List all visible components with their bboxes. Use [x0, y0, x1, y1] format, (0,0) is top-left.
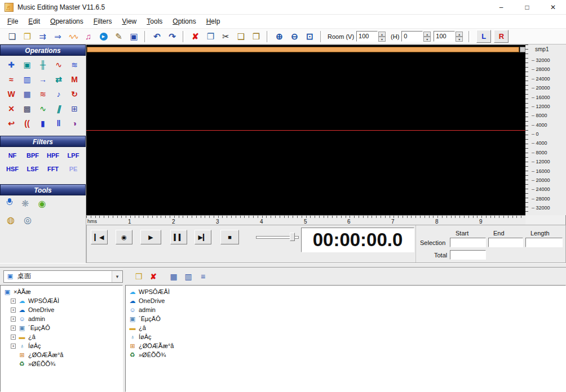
extract-convert-button[interactable]: ⇉ — [35, 30, 50, 43]
total-input[interactable] — [450, 250, 486, 260]
zoom-out-button[interactable]: ⊖ — [287, 30, 302, 43]
redo-button[interactable]: ↷ — [165, 30, 180, 43]
play-button[interactable]: ▶ — [140, 230, 161, 244]
tree-item[interactable]: + ☁ OneDrive — [1, 305, 122, 314]
operation-icon[interactable]: ✕ — [3, 103, 19, 115]
play-selection-button[interactable]: ◉ — [116, 230, 132, 244]
operation-icon[interactable]: ◑ — [67, 117, 82, 130]
list-item[interactable]: ⊞ ¿ØÖÆÃæ°å — [126, 341, 565, 350]
menu-operations[interactable]: Operations — [45, 16, 89, 27]
room-h2-value[interactable]: 100 — [434, 31, 455, 42]
operation-icon[interactable]: W — [3, 88, 19, 100]
expand-icon[interactable]: + — [11, 317, 16, 322]
operation-icon[interactable]: ∥ — [51, 103, 67, 115]
edit-button[interactable]: ✎ — [111, 30, 126, 43]
globe-icon[interactable]: ◍ — [7, 215, 15, 225]
room-v-spinner[interactable]: 100 ▴▾ — [356, 31, 386, 42]
menu-edit[interactable]: Edit — [23, 16, 45, 27]
operation-icon[interactable]: ‖ — [51, 117, 67, 130]
selection-length-input[interactable] — [525, 238, 563, 247]
microphone-icon[interactable] — [7, 198, 12, 209]
room-h-spinner[interactable]: 0 ▴▾ — [401, 31, 431, 42]
new-document-button[interactable]: ❏ — [5, 30, 20, 43]
dropdown-arrow-icon[interactable]: ▾ — [112, 271, 122, 282]
room-h-value[interactable]: 0 — [401, 31, 423, 42]
tree-item[interactable]: ▣ ×ÀÃæ — [1, 287, 122, 296]
list-item[interactable]: ☺ admin — [126, 305, 565, 314]
operation-icon[interactable]: ≋ — [35, 88, 51, 100]
browser-delete-button[interactable]: ✘ — [147, 270, 160, 283]
zoom-page-button[interactable]: ⊡ — [302, 30, 317, 43]
tree-item[interactable]: ⊞ ¿ØÖÆÃæ°å — [1, 350, 122, 359]
tree-item[interactable]: + ▣ ´ËµçÄÔ — [1, 323, 122, 332]
paste-button[interactable]: ❑ — [233, 30, 249, 43]
cd-green-icon[interactable]: ◉ — [38, 198, 46, 209]
operation-icon[interactable]: ↻ — [67, 88, 82, 100]
volume-slider[interactable] — [256, 233, 299, 241]
save-button[interactable]: ▣ — [126, 30, 142, 43]
large-icons-view-button[interactable]: ▦ — [167, 270, 180, 283]
minimize-button[interactable]: – — [488, 0, 514, 14]
paste-special-button[interactable]: ❒ — [249, 30, 264, 43]
operation-icon[interactable]: ♪ — [51, 88, 67, 100]
skip-start-button[interactable]: ▎◀ — [91, 230, 108, 244]
batch-convert-button[interactable]: ⇒ — [50, 30, 65, 43]
spin-down-icon[interactable]: ▾ — [423, 37, 431, 42]
operation-icon[interactable]: (( — [19, 117, 35, 130]
list-item[interactable]: ▣ ´ËµçÄÔ — [126, 314, 565, 323]
music-note-button[interactable]: ♫ — [81, 30, 96, 43]
cd-icon[interactable]: ◎ — [24, 215, 32, 225]
filter-button-hsf[interactable]: HSF — [2, 166, 23, 172]
pause-button[interactable]: ▍▍ — [170, 230, 187, 244]
operation-icon[interactable]: ▦ — [19, 88, 35, 100]
filter-button-fft[interactable]: FFT — [43, 166, 63, 172]
settings-icon[interactable]: ❋ — [21, 198, 29, 209]
location-dropdown[interactable]: ▣ 桌面 ▾ — [3, 270, 123, 283]
expand-icon[interactable]: + — [11, 308, 16, 313]
operation-icon[interactable]: ∿ — [35, 103, 51, 115]
operation-icon[interactable]: ▩ — [19, 103, 35, 115]
audio-wave-button[interactable]: ∿∿ — [65, 30, 81, 43]
selection-end-input[interactable] — [488, 238, 523, 247]
operation-icon[interactable]: ▮ — [35, 117, 51, 130]
tree-item[interactable]: + ♁ ÍøÂç — [1, 341, 122, 350]
operation-icon[interactable]: ↩ — [3, 117, 19, 130]
spin-down-icon[interactable]: ▾ — [378, 37, 386, 42]
browser-open-folder-button[interactable]: ❒ — [132, 270, 145, 283]
stop-button[interactable]: ■ — [220, 230, 239, 244]
room-v-value[interactable]: 100 — [356, 31, 378, 42]
operation-icon[interactable]: ▥ — [19, 73, 35, 86]
expand-icon[interactable]: + — [11, 299, 16, 304]
close-button[interactable]: ✕ — [540, 0, 566, 14]
menu-help[interactable]: Help — [201, 16, 225, 27]
list-item[interactable]: ▬ ¿â — [126, 323, 565, 332]
maximize-button[interactable]: □ — [514, 0, 540, 14]
list-view-button[interactable]: ≡ — [196, 270, 210, 283]
slider-handle[interactable] — [290, 233, 295, 241]
tree-item[interactable]: + ☁ WPSÔÆÅÌ — [1, 296, 122, 305]
list-item[interactable]: ☁ OneDrive — [126, 296, 565, 305]
list-item[interactable]: ☁ WPSÔÆÅÌ — [126, 287, 565, 296]
selection-start-input[interactable] — [450, 238, 486, 247]
zoom-in-button[interactable]: ⊕ — [272, 30, 287, 43]
operation-icon[interactable]: ▣ — [19, 59, 35, 71]
list-item[interactable]: ♻ »ØÊÕÕ¾ — [126, 350, 565, 359]
right-channel-button[interactable]: R — [494, 30, 508, 43]
expand-icon[interactable]: + — [11, 335, 16, 340]
spin-down-icon[interactable]: ▾ — [456, 37, 463, 42]
play-media-button[interactable]: ▶ — [96, 30, 111, 43]
step-forward-button[interactable]: ▶▎ — [194, 230, 211, 244]
room-h2-spinner[interactable]: 100 ▴▾ — [434, 31, 463, 42]
operation-icon[interactable]: ╫ — [35, 59, 51, 71]
list-item[interactable]: ♁ ÍøÂç — [126, 332, 565, 341]
open-folder-button[interactable]: ❒ — [20, 30, 35, 43]
tree-item[interactable]: + ▬ ¿â — [1, 332, 122, 341]
menu-tools[interactable]: Tools — [142, 16, 167, 27]
copy-button[interactable]: ❐ — [203, 30, 218, 43]
filter-button-lpf[interactable]: LPF — [63, 152, 83, 159]
tree-item[interactable]: + ☺ admin — [1, 314, 122, 323]
spin-up-icon[interactable]: ▴ — [456, 32, 463, 37]
operation-icon[interactable]: ⇄ — [51, 73, 67, 86]
filter-button-pe[interactable]: PE — [63, 166, 83, 172]
expand-icon[interactable]: + — [11, 344, 16, 349]
